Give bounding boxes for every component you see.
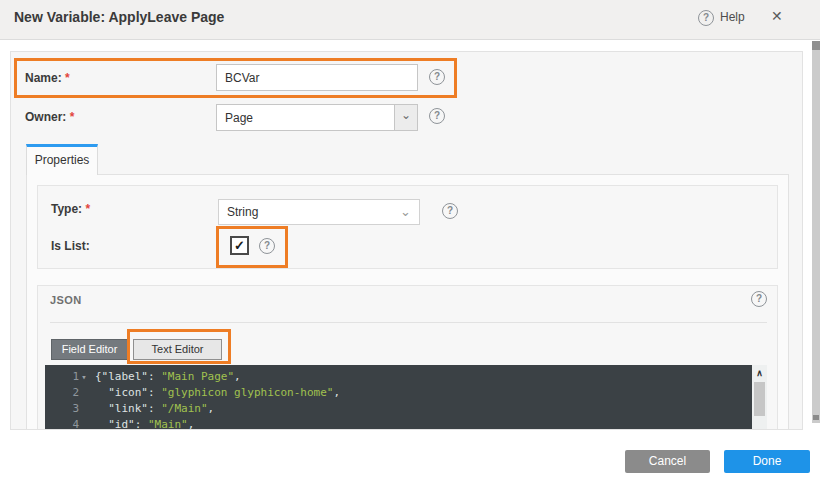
close-icon[interactable]: ✕ xyxy=(771,8,783,24)
dialog-body-panel: Name: * ? Owner: * Page ⌄ ? Properties T… xyxy=(10,51,803,430)
required-asterisk: * xyxy=(70,110,75,124)
checkmark-icon: ✓ xyxy=(234,238,245,253)
page-scrollbar-down-arrow[interactable] xyxy=(813,415,819,420)
json-help-icon[interactable]: ? xyxy=(751,291,767,307)
name-input[interactable] xyxy=(216,64,418,91)
code-area: 1▾{"label": "Main Page", 2 "icon": "glyp… xyxy=(45,365,752,430)
chevron-down-icon[interactable]: ⌄ xyxy=(394,105,417,130)
line-number: 2 xyxy=(45,385,79,401)
line-number: 4 xyxy=(45,417,79,430)
page-scrollbar-thumb[interactable] xyxy=(812,41,820,50)
is-list-help-icon[interactable]: ? xyxy=(259,238,275,254)
owner-select[interactable]: Page ⌄ xyxy=(216,104,418,131)
owner-select-value: Page xyxy=(225,111,253,125)
json-section-title: JSON xyxy=(50,294,82,306)
editor-scrollbar-thumb[interactable] xyxy=(754,382,765,416)
cancel-button[interactable]: Cancel xyxy=(625,450,710,473)
type-label: Type: * xyxy=(51,202,90,216)
help-link[interactable]: Help xyxy=(720,10,745,24)
json-code-editor[interactable]: 1▾{"label": "Main Page", 2 "icon": "glyp… xyxy=(45,365,752,430)
code-line: 2 "icon": "glyphicon glyphicon-home", xyxy=(45,385,752,401)
json-section: JSON ? Field Editor Text Editor 1▾{"labe… xyxy=(37,285,778,430)
properties-tab-content: Type: * String ⌄ ? Is List: ✓ ? JSON xyxy=(26,174,789,430)
dialog-header: New Variable: ApplyLeave Page ? Help ✕ xyxy=(0,0,820,40)
editor-scrollbar[interactable]: ∧ xyxy=(752,365,767,430)
annotation-box-is-list xyxy=(216,226,288,268)
required-asterisk: * xyxy=(65,71,70,85)
text-editor-button[interactable]: Text Editor xyxy=(133,339,222,360)
page-scrollbar[interactable] xyxy=(812,41,820,423)
code-line: 3 "link": "/Main", xyxy=(45,401,752,417)
page-title: New Variable: ApplyLeave Page xyxy=(14,9,224,25)
fold-caret-icon[interactable]: ▾ xyxy=(79,369,89,385)
code-line: 4 "id": "Main", xyxy=(45,417,752,430)
scroll-up-arrow-icon[interactable]: ∧ xyxy=(752,366,767,380)
type-select-value: String xyxy=(227,205,258,219)
type-help-icon[interactable]: ? xyxy=(442,203,458,219)
chevron-down-icon: ⌄ xyxy=(400,204,411,219)
field-editor-button[interactable]: Field Editor xyxy=(51,339,128,360)
done-button[interactable]: Done xyxy=(724,450,810,473)
is-list-label: Is List: xyxy=(51,239,90,253)
line-number: 3 xyxy=(45,401,79,417)
owner-help-icon[interactable]: ? xyxy=(429,108,445,124)
line-number: 1 xyxy=(45,369,79,385)
name-help-icon[interactable]: ? xyxy=(429,69,445,85)
type-select[interactable]: String ⌄ xyxy=(218,199,420,225)
name-label: Name: * xyxy=(25,71,70,85)
is-list-checkbox[interactable]: ✓ xyxy=(230,236,249,255)
help-icon[interactable]: ? xyxy=(698,10,714,26)
code-line: 1▾{"label": "Main Page", xyxy=(45,369,752,385)
divider xyxy=(50,322,767,323)
tab-properties[interactable]: Properties xyxy=(26,144,98,175)
required-asterisk: * xyxy=(85,202,90,216)
owner-label: Owner: * xyxy=(25,110,74,124)
type-islist-group: Type: * String ⌄ ? Is List: ✓ ? xyxy=(37,185,778,269)
